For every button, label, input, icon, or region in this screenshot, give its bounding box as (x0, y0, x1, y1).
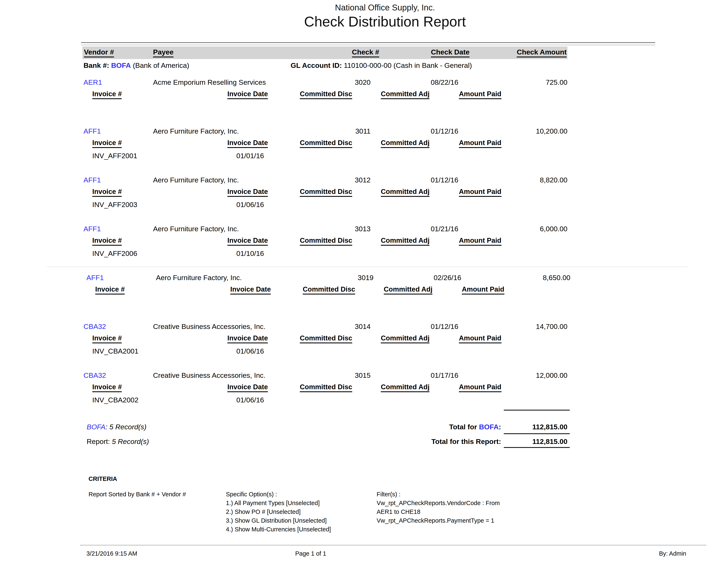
invoice-date: 01/06/16 (236, 396, 264, 404)
criteria-options: Specific Option(s) : 1.) All Payment Typ… (226, 491, 331, 535)
col-header-payee: Payee (153, 48, 174, 57)
invoice-lines: INV_CBA2002 01/06/16 (82, 396, 567, 405)
subcol-amount-paid: Amount Paid (459, 139, 501, 148)
page-title: Check Distribution Report (82, 13, 688, 30)
bank-total-code-link[interactable]: BOFA (479, 423, 499, 431)
check-record-block: AFF1 Aero Furniture Factory, Inc. 3019 0… (85, 274, 570, 322)
gl-account-value: 110100-000-00 (Cash in Bank - General) (344, 61, 472, 69)
payee-name: Aero Furniture Factory, Inc. (153, 176, 239, 184)
check-date: 01/17/16 (431, 371, 458, 379)
filter-item: Vw_rpt_APCheckReports.PaymentType = 1 (377, 517, 500, 526)
invoice-date: 01/10/16 (236, 249, 264, 258)
subcol-committed-disc: Committed Disc (300, 188, 352, 197)
check-amount: 8,650.00 (543, 274, 570, 282)
subcol-invoice-number: Invoice # (92, 237, 122, 246)
invoice-subheader-row: Invoice # Invoice Date Committed Disc Co… (82, 237, 567, 247)
bank-group-line: Bank #: BOFA (Bank of America) GL Accoun… (82, 61, 567, 70)
subcol-invoice-date: Invoice Date (227, 334, 268, 343)
invoice-subheader-row: Invoice # Invoice Date Committed Disc Co… (82, 139, 567, 149)
subcol-committed-adj: Committed Adj (381, 139, 430, 148)
bank-code-link[interactable]: BOFA (111, 61, 131, 69)
check-number: 3013 (291, 225, 371, 233)
bank-record-count-text: : 5 Record(s) (105, 423, 147, 431)
report-record-count-value: 5 Record(s) (112, 438, 149, 446)
subcol-committed-adj: Committed Adj (384, 285, 432, 294)
option-item: 2.) Show PO # [Unselected] (226, 509, 331, 517)
subcol-invoice-date: Invoice Date (227, 90, 268, 99)
column-header-bar: Vendor # Payee Check # Check Date Check … (82, 46, 567, 59)
title-divider-bottom (81, 45, 655, 45)
invoice-lines: INV_CBA2001 01/06/16 (82, 347, 567, 357)
check-amount: 12,000.00 (536, 371, 567, 379)
subcol-invoice-date: Invoice Date (227, 383, 268, 392)
col-header-check-date: Check Date (431, 48, 470, 57)
vendor-code-link[interactable]: CBA32 (83, 371, 106, 379)
invoice-number: INV_CBA2001 (92, 347, 139, 355)
check-record-block: CBA32 Creative Business Accessories, Inc… (82, 371, 567, 420)
payee-name: Aero Furniture Factory, Inc. (153, 225, 239, 233)
report-record-count-label: Report: (87, 438, 112, 446)
report-total-rule-top (504, 433, 570, 434)
invoice-number: INV_AFF2006 (92, 249, 137, 258)
sorted-by-text: Report Sorted by Bank # + Vendor # (88, 491, 186, 500)
check-record-block: AER1 Acme Emporium Reselling Services 30… (82, 78, 567, 127)
bank-total-amount: 112,815.00 (532, 423, 567, 431)
invoice-number: INV_AFF2003 (92, 201, 137, 209)
bank-total-label: Total for BOFA: (449, 423, 501, 431)
bank-total-prefix: Total for (449, 423, 479, 431)
vendor-code-link[interactable]: AFF1 (86, 274, 104, 282)
check-row: AFF1 Aero Furniture Factory, Inc. 3019 0… (85, 274, 570, 283)
invoice-line: INV_AFF2006 01/10/16 (82, 249, 567, 259)
check-record-block: CBA32 Creative Business Accessories, Inc… (82, 322, 567, 371)
footer-divider (80, 545, 706, 546)
invoice-date: 01/06/16 (236, 201, 264, 209)
check-number: 3019 (294, 274, 374, 282)
check-date: 02/26/16 (434, 274, 461, 282)
check-amount: 10,200.00 (536, 127, 567, 135)
bank-code-summary-link[interactable]: BOFA (87, 423, 105, 431)
payee-name: Aero Furniture Factory, Inc. (156, 274, 242, 282)
subcol-committed-adj: Committed Adj (381, 90, 430, 99)
bank-total-rule (504, 410, 570, 410)
company-name: National Office Supply, Inc. (82, 3, 688, 12)
bank-label: Bank #: (83, 61, 109, 69)
subcol-committed-disc: Committed Disc (300, 237, 352, 246)
subcol-committed-adj: Committed Adj (381, 188, 430, 197)
invoice-subheader-row: Invoice # Invoice Date Committed Disc Co… (82, 188, 567, 198)
check-number: 3014 (291, 322, 371, 331)
subcol-invoice-date: Invoice Date (227, 139, 268, 148)
check-amount: 725.00 (546, 78, 567, 86)
col-header-check-amount: Check Amount (517, 48, 567, 57)
filter-item: Vw_rpt_APCheckReports.VendorCode : From (377, 500, 500, 509)
invoice-number: INV_AFF2001 (92, 152, 137, 160)
vendor-code-link[interactable]: AFF1 (83, 176, 101, 184)
vendor-code-link[interactable]: AFF1 (83, 127, 101, 135)
check-date: 01/12/16 (431, 176, 458, 184)
filter-item: AER1 to CHE18 (377, 509, 500, 517)
subcol-invoice-number: Invoice # (92, 188, 122, 197)
subcol-invoice-number: Invoice # (92, 334, 122, 343)
criteria-filters: Filter(s) : Vw_rpt_APCheckReports.Vendor… (377, 491, 500, 526)
check-number: 3012 (291, 176, 371, 184)
payee-name: Creative Business Accessories, Inc. (153, 371, 266, 379)
footer-page-number: Page 1 of 1 (295, 550, 326, 557)
vendor-code-link[interactable]: AER1 (83, 78, 102, 86)
invoice-lines: INV_AFF2006 01/10/16 (82, 249, 567, 259)
payee-name: Acme Emporium Reselling Services (153, 78, 266, 86)
footer-datetime: 3/21/2016 9:15 AM (86, 550, 137, 557)
subcol-committed-disc: Committed Disc (300, 383, 352, 392)
check-amount: 14,700.00 (536, 322, 567, 331)
title-divider-top (81, 42, 655, 43)
invoice-subheader-row: Invoice # Invoice Date Committed Disc Co… (82, 383, 567, 393)
col-header-vendor: Vendor # (84, 48, 114, 57)
vendor-code-link[interactable]: AFF1 (83, 225, 101, 233)
vendor-code-link[interactable]: CBA32 (83, 322, 106, 331)
check-number: 3015 (291, 371, 371, 379)
subcol-amount-paid: Amount Paid (459, 334, 501, 343)
subcol-invoice-date: Invoice Date (230, 285, 271, 294)
criteria-sort-info: Report Sorted by Bank # + Vendor # (88, 491, 186, 500)
invoice-subheader-row: Invoice # Invoice Date Committed Disc Co… (85, 285, 570, 295)
subcol-amount-paid: Amount Paid (459, 90, 501, 99)
filters-label: Filter(s) : (377, 491, 500, 500)
report-total-label: Total for this Report: (431, 438, 501, 446)
